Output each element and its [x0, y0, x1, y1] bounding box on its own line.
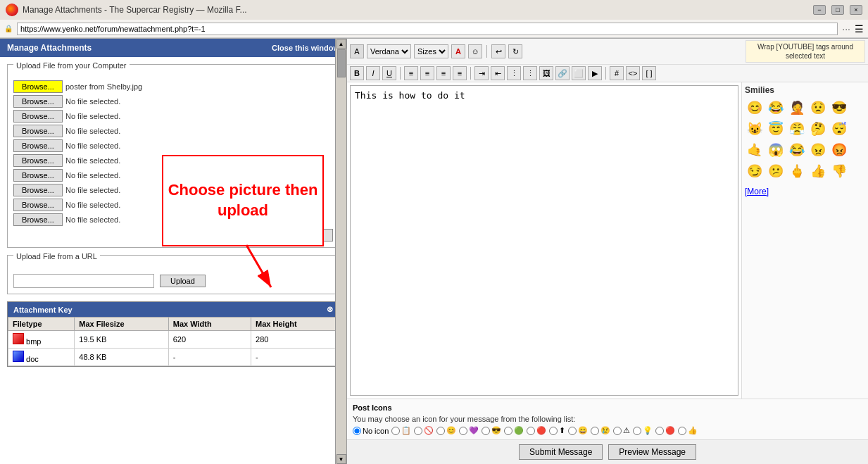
indent-btn[interactable]: ⇥ [474, 66, 489, 80]
post-icon-radio-8[interactable] [549, 427, 558, 435]
smiley-19[interactable]: 👎 [829, 161, 849, 181]
close-window-link[interactable]: Close this window [272, 44, 339, 52]
browse-button-3[interactable]: Browse... [13, 125, 63, 137]
browse-button-7[interactable]: Browse... [13, 184, 63, 196]
browse-button-2[interactable]: Browse... [13, 110, 63, 123]
smiley-13[interactable]: 😠 [808, 140, 828, 160]
url-upload-button[interactable]: Upload [160, 275, 206, 287]
browse-button-9[interactable]: Browse... [13, 213, 63, 226]
post-icon-radio-3[interactable] [436, 427, 445, 435]
post-icon-option-6: 🟢 [504, 426, 524, 435]
redo-btn[interactable]: ↻ [508, 44, 522, 58]
post-icon-radio-10[interactable] [591, 427, 599, 435]
close-button[interactable]: × [850, 5, 862, 15]
manage-attachments-panel: Manage Attachments Close this window Upl… [0, 39, 347, 464]
more-options-icon[interactable]: ··· [842, 23, 850, 35]
smiley-16[interactable]: 😕 [766, 161, 786, 181]
file-row: Browse...No file selected. [13, 139, 333, 152]
bold-btn[interactable]: B [350, 66, 364, 80]
smiley-5[interactable]: 😺 [745, 119, 765, 139]
scroll-up-arrow[interactable]: ▲ [336, 39, 346, 49]
minimize-button[interactable]: − [813, 5, 826, 15]
post-icon-radio-5[interactable] [482, 427, 490, 435]
smiley-7[interactable]: 😤 [787, 119, 807, 139]
smiley-18[interactable]: 👍 [808, 161, 828, 181]
align-center-btn[interactable]: ≡ [420, 66, 434, 80]
hamburger-icon[interactable]: ☰ [855, 23, 864, 35]
hash-btn[interactable]: # [610, 66, 624, 80]
smiley-btn[interactable]: ☺ [468, 44, 482, 58]
smiley-1[interactable]: 😂 [766, 98, 786, 118]
browse-button-1[interactable]: Browse... [13, 95, 63, 108]
message-textarea[interactable]: This is how to do it [350, 85, 738, 396]
post-icon-radio-1[interactable] [391, 427, 400, 435]
message-area-container: This is how to do it Smilies 😊😂🤦😟😎😺😇😤🤔😴🤙… [347, 82, 868, 399]
undo-btn[interactable]: ↩ [491, 44, 505, 58]
post-icon-radio-11[interactable] [613, 427, 622, 435]
smiley-3[interactable]: 😟 [808, 98, 828, 118]
browse-button-6[interactable]: Browse... [13, 169, 63, 182]
video-btn[interactable]: ▶ [588, 66, 602, 80]
maximize-button[interactable]: □ [831, 5, 844, 15]
underline-btn[interactable]: U [382, 66, 396, 80]
smiley-10[interactable]: 🤙 [745, 140, 765, 160]
smiley-9[interactable]: 😴 [829, 119, 849, 139]
smiley-12[interactable]: 😂 [787, 140, 807, 160]
post-icon-option-13: 🔴 [655, 426, 675, 435]
post-icon-radio-0[interactable] [353, 427, 361, 435]
smiley-4[interactable]: 😎 [829, 98, 849, 118]
col-maxheight: Max Height [251, 318, 339, 331]
list-btn[interactable]: ⋮ [507, 66, 521, 80]
post-icon-option-2: 🚫 [414, 426, 434, 435]
align-justify-btn[interactable]: ≡ [453, 66, 467, 80]
smiley-6[interactable]: 😇 [766, 119, 786, 139]
outdent-btn[interactable]: ⇤ [491, 66, 505, 80]
post-icon-radio-7[interactable] [527, 427, 535, 435]
font-select[interactable]: Verdana [367, 44, 411, 58]
smiley-11[interactable]: 😱 [766, 140, 786, 160]
post-icon-label-2: 🚫 [424, 426, 434, 435]
smiley-15[interactable]: 😏 [745, 161, 765, 181]
post-icon-radio-13[interactable] [655, 427, 664, 435]
font-color-btn[interactable]: A [451, 44, 465, 58]
preview-message-button[interactable]: Preview Message [608, 444, 696, 460]
post-icon-radio-12[interactable] [633, 427, 641, 435]
post-icon-option-10: 😢 [591, 426, 610, 435]
align-left-btn[interactable]: ≡ [404, 66, 418, 80]
browse-button-0[interactable]: Browse... [13, 80, 63, 93]
smiley-14[interactable]: 😡 [829, 140, 849, 160]
size-select[interactable]: Sizes [414, 44, 448, 58]
post-icon-radio-2[interactable] [414, 427, 422, 435]
smiley-8[interactable]: 🤔 [808, 119, 828, 139]
img-btn[interactable]: 🖼 [539, 66, 553, 80]
smiley-0[interactable]: 😊 [745, 98, 765, 118]
file-name-4: No file selected. [65, 142, 120, 150]
post-icon-radio-4[interactable] [459, 427, 467, 435]
smilies-more-link[interactable]: [More] [745, 187, 769, 196]
url-input[interactable] [13, 274, 154, 288]
browse-button-5[interactable]: Browse... [13, 154, 63, 167]
scroll-down-arrow[interactable]: ▼ [336, 454, 346, 464]
code-btn[interactable]: <> [626, 66, 640, 80]
attachment-key-icon[interactable]: ⊗ [327, 305, 333, 314]
italic-btn[interactable]: I [366, 66, 380, 80]
submit-message-button[interactable]: Submit Message [519, 444, 603, 460]
address-input[interactable] [17, 23, 838, 35]
scroll-thumb[interactable] [337, 49, 346, 77]
smiley-17[interactable]: 🖕 [787, 161, 807, 181]
post-icon-radio-14[interactable] [678, 427, 686, 435]
post-icon-radio-9[interactable] [568, 427, 577, 435]
table-btn[interactable]: ⬜ [572, 66, 586, 80]
link-btn[interactable]: 🔗 [555, 66, 570, 80]
post-icon-radio-6[interactable] [504, 427, 512, 435]
toolbar-sep1 [486, 45, 487, 58]
browse-button-4[interactable]: Browse... [13, 139, 63, 152]
scrollbar[interactable]: ▲ ▼ [335, 39, 346, 464]
browse-button-8[interactable]: Browse... [13, 199, 63, 211]
smiley-2[interactable]: 🤦 [787, 98, 807, 118]
numlist-btn[interactable]: ⋮ [523, 66, 537, 80]
align-right-btn[interactable]: ≡ [436, 66, 451, 80]
bracket-btn[interactable]: [ ] [642, 66, 656, 80]
bold-icon-btn[interactable]: A [350, 44, 364, 58]
file-name-9: No file selected. [65, 215, 120, 224]
